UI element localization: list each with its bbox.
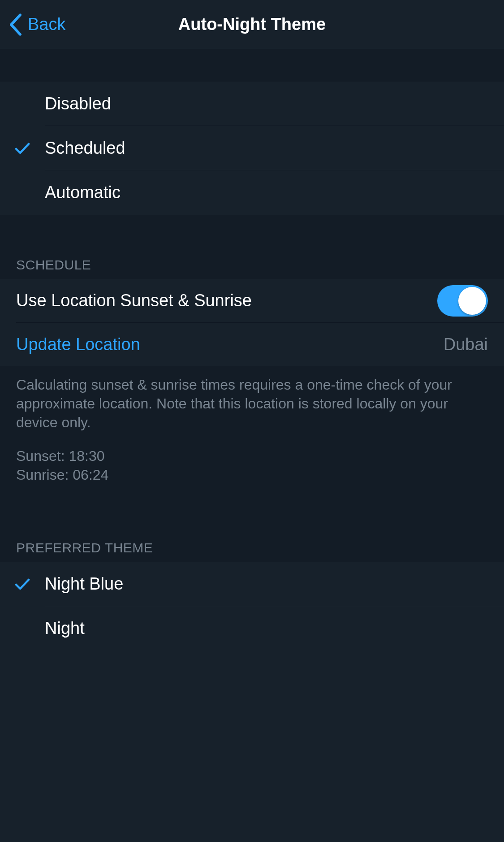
mode-option-scheduled[interactable]: Scheduled <box>0 126 504 170</box>
mode-option-disabled[interactable]: Disabled <box>0 82 504 126</box>
mode-option-label: Disabled <box>45 94 504 113</box>
theme-option-night[interactable]: Night <box>0 606 504 651</box>
back-button[interactable]: Back <box>8 0 65 49</box>
section-spacer <box>0 49 504 82</box>
use-location-label: Use Location Sunset & Sunrise <box>16 291 437 310</box>
schedule-footer: Calculating sunset & sunrise times requi… <box>0 366 504 498</box>
footer-description: Calculating sunset & sunrise times requi… <box>16 375 488 432</box>
location-value: Dubai <box>444 335 488 354</box>
update-location-row[interactable]: Update Location Dubai <box>0 323 504 366</box>
navigation-bar: Back Auto-Night Theme <box>0 0 504 49</box>
check-column <box>0 578 45 590</box>
theme-option-night-blue[interactable]: Night Blue <box>0 562 504 606</box>
mode-option-label: Automatic <box>45 183 504 202</box>
page-title: Auto-Night Theme <box>178 15 326 34</box>
sunset-line: Sunset: 18:30 <box>16 447 488 465</box>
chevron-left-icon <box>8 13 23 36</box>
mode-option-label: Scheduled <box>45 139 504 158</box>
back-label: Back <box>28 15 65 34</box>
toggle-knob <box>458 287 486 315</box>
preferred-theme-header: PREFERRED THEME <box>0 498 504 562</box>
mode-option-automatic[interactable]: Automatic <box>0 170 504 215</box>
checkmark-icon <box>15 142 30 155</box>
schedule-section-header: SCHEDULE <box>0 215 504 279</box>
theme-option-label: Night Blue <box>45 574 504 594</box>
update-location-label: Update Location <box>16 335 444 354</box>
preferred-theme-group: Night Blue Night <box>0 562 504 651</box>
theme-option-label: Night <box>45 619 504 638</box>
schedule-group: Use Location Sunset & Sunrise Update Loc… <box>0 279 504 366</box>
checkmark-icon <box>15 578 30 590</box>
use-location-toggle[interactable] <box>437 285 488 317</box>
use-location-row[interactable]: Use Location Sunset & Sunrise <box>0 279 504 322</box>
mode-selection-group: Disabled Scheduled Automatic <box>0 82 504 215</box>
check-column <box>0 142 45 155</box>
sunrise-line: Sunrise: 06:24 <box>16 465 488 484</box>
